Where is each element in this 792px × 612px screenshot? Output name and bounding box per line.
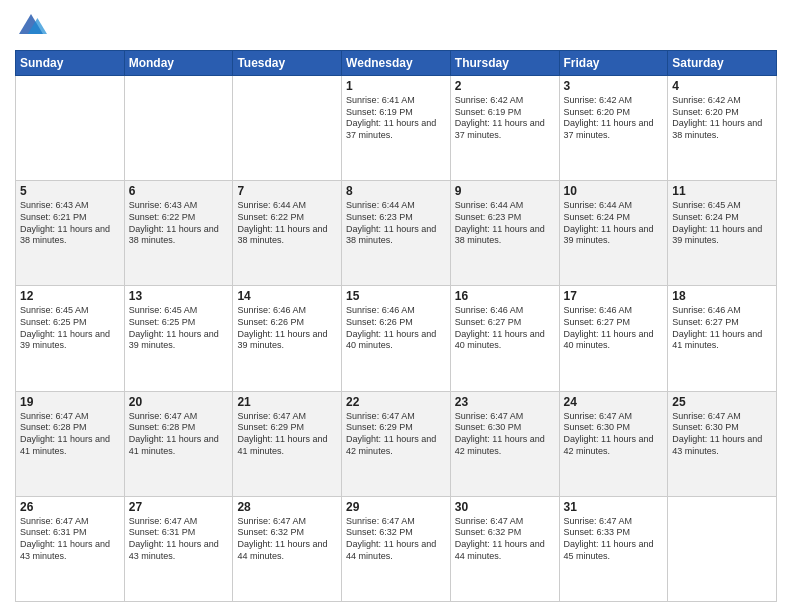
day-number: 8: [346, 184, 446, 198]
calendar-header-row: SundayMondayTuesdayWednesdayThursdayFrid…: [16, 51, 777, 76]
day-info: Sunrise: 6:47 AMSunset: 6:31 PMDaylight:…: [129, 516, 229, 563]
calendar-cell: 2Sunrise: 6:42 AMSunset: 6:19 PMDaylight…: [450, 76, 559, 181]
day-info: Sunrise: 6:47 AMSunset: 6:30 PMDaylight:…: [672, 411, 772, 458]
calendar-cell: 24Sunrise: 6:47 AMSunset: 6:30 PMDayligh…: [559, 391, 668, 496]
calendar-cell: [233, 76, 342, 181]
calendar-header-sunday: Sunday: [16, 51, 125, 76]
calendar-cell: 23Sunrise: 6:47 AMSunset: 6:30 PMDayligh…: [450, 391, 559, 496]
calendar-week-4: 19Sunrise: 6:47 AMSunset: 6:28 PMDayligh…: [16, 391, 777, 496]
day-number: 5: [20, 184, 120, 198]
logo-icon: [15, 10, 47, 42]
day-number: 3: [564, 79, 664, 93]
day-info: Sunrise: 6:47 AMSunset: 6:30 PMDaylight:…: [564, 411, 664, 458]
day-info: Sunrise: 6:47 AMSunset: 6:29 PMDaylight:…: [346, 411, 446, 458]
calendar-cell: 27Sunrise: 6:47 AMSunset: 6:31 PMDayligh…: [124, 496, 233, 601]
calendar-cell: 15Sunrise: 6:46 AMSunset: 6:26 PMDayligh…: [342, 286, 451, 391]
calendar-cell: 30Sunrise: 6:47 AMSunset: 6:32 PMDayligh…: [450, 496, 559, 601]
calendar-cell: 7Sunrise: 6:44 AMSunset: 6:22 PMDaylight…: [233, 181, 342, 286]
day-info: Sunrise: 6:44 AMSunset: 6:22 PMDaylight:…: [237, 200, 337, 247]
day-info: Sunrise: 6:46 AMSunset: 6:26 PMDaylight:…: [346, 305, 446, 352]
day-info: Sunrise: 6:47 AMSunset: 6:28 PMDaylight:…: [129, 411, 229, 458]
calendar-header-thursday: Thursday: [450, 51, 559, 76]
day-info: Sunrise: 6:45 AMSunset: 6:25 PMDaylight:…: [20, 305, 120, 352]
calendar-cell: 25Sunrise: 6:47 AMSunset: 6:30 PMDayligh…: [668, 391, 777, 496]
day-number: 21: [237, 395, 337, 409]
day-info: Sunrise: 6:44 AMSunset: 6:24 PMDaylight:…: [564, 200, 664, 247]
calendar-cell: 11Sunrise: 6:45 AMSunset: 6:24 PMDayligh…: [668, 181, 777, 286]
calendar-cell: 31Sunrise: 6:47 AMSunset: 6:33 PMDayligh…: [559, 496, 668, 601]
day-info: Sunrise: 6:47 AMSunset: 6:31 PMDaylight:…: [20, 516, 120, 563]
day-number: 10: [564, 184, 664, 198]
calendar-cell: [16, 76, 125, 181]
calendar-cell: 19Sunrise: 6:47 AMSunset: 6:28 PMDayligh…: [16, 391, 125, 496]
day-number: 7: [237, 184, 337, 198]
day-number: 6: [129, 184, 229, 198]
day-number: 13: [129, 289, 229, 303]
calendar-table: SundayMondayTuesdayWednesdayThursdayFrid…: [15, 50, 777, 602]
day-number: 17: [564, 289, 664, 303]
calendar-week-5: 26Sunrise: 6:47 AMSunset: 6:31 PMDayligh…: [16, 496, 777, 601]
day-info: Sunrise: 6:44 AMSunset: 6:23 PMDaylight:…: [346, 200, 446, 247]
calendar-cell: 18Sunrise: 6:46 AMSunset: 6:27 PMDayligh…: [668, 286, 777, 391]
day-info: Sunrise: 6:44 AMSunset: 6:23 PMDaylight:…: [455, 200, 555, 247]
day-info: Sunrise: 6:47 AMSunset: 6:32 PMDaylight:…: [455, 516, 555, 563]
calendar-cell: 5Sunrise: 6:43 AMSunset: 6:21 PMDaylight…: [16, 181, 125, 286]
calendar-week-1: 1Sunrise: 6:41 AMSunset: 6:19 PMDaylight…: [16, 76, 777, 181]
day-info: Sunrise: 6:42 AMSunset: 6:19 PMDaylight:…: [455, 95, 555, 142]
day-number: 22: [346, 395, 446, 409]
day-number: 4: [672, 79, 772, 93]
calendar-header-tuesday: Tuesday: [233, 51, 342, 76]
day-number: 23: [455, 395, 555, 409]
day-info: Sunrise: 6:46 AMSunset: 6:27 PMDaylight:…: [455, 305, 555, 352]
day-info: Sunrise: 6:47 AMSunset: 6:28 PMDaylight:…: [20, 411, 120, 458]
logo: [15, 10, 49, 42]
calendar-cell: [124, 76, 233, 181]
day-number: 19: [20, 395, 120, 409]
day-info: Sunrise: 6:47 AMSunset: 6:32 PMDaylight:…: [237, 516, 337, 563]
day-number: 28: [237, 500, 337, 514]
calendar-cell: 26Sunrise: 6:47 AMSunset: 6:31 PMDayligh…: [16, 496, 125, 601]
calendar-cell: 10Sunrise: 6:44 AMSunset: 6:24 PMDayligh…: [559, 181, 668, 286]
day-number: 25: [672, 395, 772, 409]
calendar-week-3: 12Sunrise: 6:45 AMSunset: 6:25 PMDayligh…: [16, 286, 777, 391]
day-number: 31: [564, 500, 664, 514]
calendar-cell: 16Sunrise: 6:46 AMSunset: 6:27 PMDayligh…: [450, 286, 559, 391]
day-number: 16: [455, 289, 555, 303]
calendar-week-2: 5Sunrise: 6:43 AMSunset: 6:21 PMDaylight…: [16, 181, 777, 286]
calendar-cell: 8Sunrise: 6:44 AMSunset: 6:23 PMDaylight…: [342, 181, 451, 286]
calendar-cell: [668, 496, 777, 601]
day-number: 14: [237, 289, 337, 303]
day-info: Sunrise: 6:43 AMSunset: 6:21 PMDaylight:…: [20, 200, 120, 247]
day-info: Sunrise: 6:46 AMSunset: 6:27 PMDaylight:…: [564, 305, 664, 352]
day-number: 30: [455, 500, 555, 514]
day-number: 27: [129, 500, 229, 514]
calendar-cell: 17Sunrise: 6:46 AMSunset: 6:27 PMDayligh…: [559, 286, 668, 391]
day-number: 15: [346, 289, 446, 303]
calendar-cell: 28Sunrise: 6:47 AMSunset: 6:32 PMDayligh…: [233, 496, 342, 601]
calendar-cell: 14Sunrise: 6:46 AMSunset: 6:26 PMDayligh…: [233, 286, 342, 391]
header: [15, 10, 777, 42]
page: SundayMondayTuesdayWednesdayThursdayFrid…: [0, 0, 792, 612]
day-info: Sunrise: 6:41 AMSunset: 6:19 PMDaylight:…: [346, 95, 446, 142]
day-number: 12: [20, 289, 120, 303]
day-info: Sunrise: 6:47 AMSunset: 6:30 PMDaylight:…: [455, 411, 555, 458]
calendar-cell: 20Sunrise: 6:47 AMSunset: 6:28 PMDayligh…: [124, 391, 233, 496]
day-number: 29: [346, 500, 446, 514]
calendar-cell: 13Sunrise: 6:45 AMSunset: 6:25 PMDayligh…: [124, 286, 233, 391]
day-info: Sunrise: 6:46 AMSunset: 6:26 PMDaylight:…: [237, 305, 337, 352]
day-number: 2: [455, 79, 555, 93]
calendar-cell: 6Sunrise: 6:43 AMSunset: 6:22 PMDaylight…: [124, 181, 233, 286]
calendar-header-saturday: Saturday: [668, 51, 777, 76]
calendar-cell: 1Sunrise: 6:41 AMSunset: 6:19 PMDaylight…: [342, 76, 451, 181]
day-number: 20: [129, 395, 229, 409]
calendar-cell: 22Sunrise: 6:47 AMSunset: 6:29 PMDayligh…: [342, 391, 451, 496]
day-number: 24: [564, 395, 664, 409]
day-number: 9: [455, 184, 555, 198]
calendar-cell: 3Sunrise: 6:42 AMSunset: 6:20 PMDaylight…: [559, 76, 668, 181]
calendar-cell: 21Sunrise: 6:47 AMSunset: 6:29 PMDayligh…: [233, 391, 342, 496]
day-number: 11: [672, 184, 772, 198]
calendar-cell: 4Sunrise: 6:42 AMSunset: 6:20 PMDaylight…: [668, 76, 777, 181]
calendar-cell: 29Sunrise: 6:47 AMSunset: 6:32 PMDayligh…: [342, 496, 451, 601]
calendar-header-friday: Friday: [559, 51, 668, 76]
day-number: 26: [20, 500, 120, 514]
